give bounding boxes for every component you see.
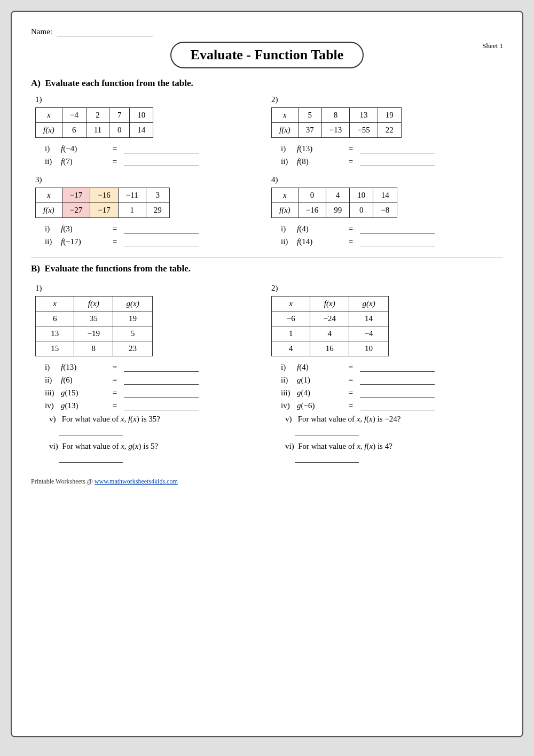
answer-line-a1-ii[interactable] [124,158,199,166]
answer-line-b2-ii[interactable] [360,376,435,385]
footer: Printable Worksheets @ www.mathworksheet… [31,478,503,486]
table-a1-fx: f(x) [36,123,62,138]
section-a-problems-row-2: 3) x −17 −16 −11 3 f(x) −27 −17 1 29 [31,175,503,250]
answer-line-b2-i[interactable] [360,363,435,372]
expr-b1-i: f(13) [61,363,109,372]
answer-line-a3-i[interactable] [124,225,199,233]
table-b2-r1gx: 14 [349,311,389,326]
roman-a4-i: i) [281,224,297,233]
answer-line-b1-iii[interactable] [124,389,199,398]
answer-line-a2-ii[interactable] [360,158,435,166]
roman-b1-iv: iv) [45,401,61,410]
answer-line-a4-i[interactable] [360,225,435,233]
eq-a2-i: = [345,144,357,153]
problem-b2: 2) x f(x) g(x) −6 −24 14 1 4 −4 [267,284,503,468]
answer-line-a2-i[interactable] [360,145,435,153]
answer-line-a1-i[interactable] [124,145,199,153]
table-a3-fx2: −17 [90,203,118,218]
table-b2-r3gx: 10 [349,341,389,356]
section-a-problems-row-1: 1) x −4 2 7 10 f(x) 6 11 0 14 [31,95,503,170]
table-b1: x f(x) g(x) 6 35 19 13 −19 5 15 8 23 [35,296,153,356]
table-a1-fx4: 14 [130,123,153,138]
section-b-problems-row: 1) x f(x) g(x) 6 35 19 13 −19 5 [31,284,503,468]
answer-line-a4-ii[interactable] [360,238,435,246]
answer-row-a3-ii: ii) f(−17) = [45,237,263,246]
table-b1-hx: x [36,297,74,311]
eq-a1-ii: = [109,157,121,166]
table-b1-r2x: 13 [36,326,74,341]
expr-b1-ii: f(6) [61,376,109,385]
table-a2-x4: 19 [378,108,401,123]
answer-row-a1-ii: ii) f(7) = [45,157,263,166]
answer-row-a3-i: i) f(3) = [45,224,263,233]
answer-line-b1-iv[interactable] [124,402,199,410]
problem-b2-num: 2) [271,284,499,293]
table-b2: x f(x) g(x) −6 −24 14 1 4 −4 4 16 10 [271,296,389,356]
expr-a3-i: f(3) [61,224,109,233]
table-a3-fx1: −27 [62,203,90,218]
answer-line-b1-ii[interactable] [124,376,199,385]
table-b2-r2x: 1 [272,326,310,341]
answer-line-b2-iii[interactable] [360,389,435,398]
answer-block-b2: i) f(4) = ii) g(1) = iii) g(4) = [281,363,499,465]
table-b2-r2fx: 4 [310,326,349,341]
roman-b1-i: i) [45,363,61,372]
eq-a1-i: = [109,144,121,153]
footer-link[interactable]: www.mathworksheets4kids.com [95,478,178,485]
answer-block-b1: i) f(13) = ii) f(6) = iii) g(15) = [45,363,263,465]
table-a1-x: x [36,108,62,123]
table-a2-fx2: −13 [321,123,349,138]
answer-row-a4-ii: ii) f(14) = [281,237,499,246]
section-divider [31,258,503,258]
question-b1-vi: vi) For what value of x, g(x) is 5? [49,442,263,451]
expr-b1-iv: g(13) [61,401,109,410]
eq-a3-ii: = [109,237,121,246]
answer-block-a3: i) f(3) = ii) f(−17) = [45,224,263,246]
table-a4-x3: 10 [350,188,373,203]
sheet-label: Sheet 1 [482,42,503,50]
eq-a2-ii: = [345,157,357,166]
table-a4-fx: f(x) [272,203,299,218]
expr-a4-i: f(4) [297,224,345,233]
problem-a3: 3) x −17 −16 −11 3 f(x) −27 −17 1 29 [31,175,267,250]
answer-line-b2-vi[interactable] [295,454,359,463]
table-a4-x2: 4 [326,188,350,203]
answer-line-b2-iv[interactable] [360,402,435,410]
section-b-header: B) Evaluate the functions from the table… [31,263,503,274]
answer-line-a3-ii[interactable] [124,238,199,246]
answer-line-b2-v[interactable] [295,427,359,435]
roman-a1-ii: ii) [45,157,61,166]
table-a4: x 0 4 10 14 f(x) −16 99 0 −8 [271,188,397,218]
table-a2-fx4: 22 [378,123,401,138]
table-a2-x: x [272,108,299,123]
expr-a2-ii: f(8) [297,157,345,166]
problem-b1-num: 1) [35,284,263,293]
table-a1-fx3: 0 [109,123,130,138]
table-b1-r1gx: 19 [113,311,153,326]
expr-a4-ii: f(14) [297,237,345,246]
roman-b1-iii: iii) [45,388,61,398]
table-b2-hfx: f(x) [310,297,349,311]
table-b1-r1fx: 35 [74,311,113,326]
answer-line-b1-v[interactable] [59,427,123,435]
table-a1-x3: 7 [109,108,130,123]
table-a3-fx: f(x) [36,203,62,218]
roman-a2-ii: ii) [281,157,297,166]
name-field[interactable] [57,27,153,36]
expr-a1-i: f(−4) [61,144,109,153]
table-a4-x1: 0 [298,188,326,203]
eq-a4-i: = [345,224,357,233]
problem-a2: 2) x 5 8 13 19 f(x) 37 −13 −55 22 [267,95,503,170]
table-a3: x −17 −16 −11 3 f(x) −27 −17 1 29 [35,188,170,218]
problem-a4-num: 4) [271,175,499,184]
answer-line-b1-vi[interactable] [59,454,123,463]
eq-a4-ii: = [345,237,357,246]
answer-line-b1-i[interactable] [124,363,199,372]
table-a1-x1: −4 [62,108,86,123]
table-a4-fx4: −8 [373,203,397,218]
table-a4-x4: 14 [373,188,397,203]
problem-a1-num: 1) [35,95,263,104]
expr-a1-ii: f(7) [61,157,109,166]
table-b2-r1x: −6 [272,311,310,326]
table-a3-x3: −11 [118,188,146,203]
